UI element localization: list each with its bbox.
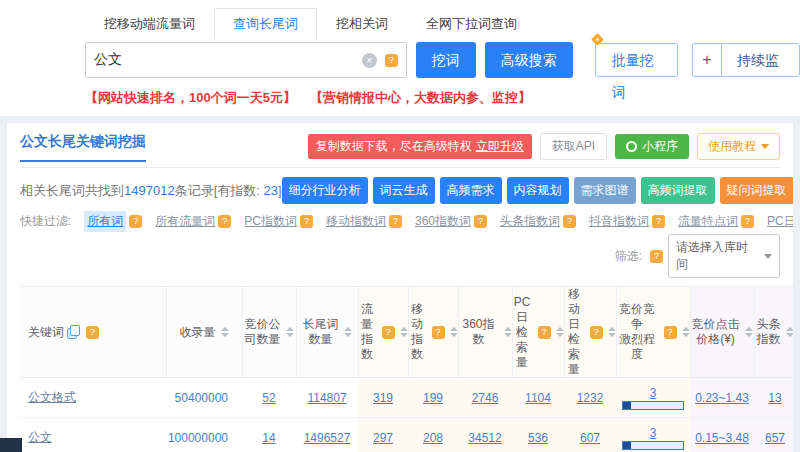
keyword-link[interactable]: 公文 [28, 430, 52, 444]
help-icon[interactable]: ? [129, 215, 142, 228]
help-icon[interactable]: ? [385, 54, 398, 67]
quick-filter-1[interactable]: 所有流量词 [155, 213, 215, 230]
search-input[interactable] [94, 52, 362, 68]
tab-0[interactable]: 挖移动端流量词 [85, 8, 214, 39]
tab-1[interactable]: 查询长尾词 [214, 8, 317, 39]
column-header-3[interactable]: 长尾词数量 [296, 287, 358, 378]
quick-filter-3[interactable]: 移动指数词 [326, 213, 386, 230]
help-icon[interactable]: ? [300, 215, 313, 228]
sort-icon[interactable] [286, 327, 294, 337]
sort-icon[interactable] [682, 327, 690, 337]
bid-level-link[interactable]: 3 [650, 386, 657, 400]
tab-2[interactable]: 挖相关词 [317, 8, 407, 39]
column-header-2[interactable]: 竞价公司数量 [242, 287, 296, 378]
quick-filter-7[interactable]: 流量特点词 [678, 213, 738, 230]
add-monitor-button[interactable]: + [693, 44, 722, 76]
cell-link[interactable]: 657 [765, 431, 785, 445]
advanced-search-button[interactable]: 高级搜索 [485, 42, 573, 78]
action-button-2[interactable]: 高频需求 [440, 177, 502, 204]
help-icon[interactable]: ? [389, 215, 402, 228]
content-area: 公文长尾关键词挖掘 复制数据下载，尽在高级特权立即升级 获取API 小程序 使用… [0, 116, 800, 452]
promo-link-0[interactable]: 【网站快速排名，100个词一天5元】 [85, 89, 296, 107]
column-header-6[interactable]: 360指数 [458, 287, 512, 378]
action-button-3[interactable]: 内容规划 [507, 177, 569, 204]
sort-icon[interactable] [608, 327, 616, 337]
quick-filter-5[interactable]: 头条指数词 [500, 213, 560, 230]
sort-icon[interactable] [344, 327, 352, 337]
batch-dig-button[interactable]: 批量挖词 [595, 43, 678, 77]
action-button-5[interactable]: 高频词提取 [641, 177, 715, 204]
continuous-monitor-button[interactable]: 持续监控 [722, 44, 799, 76]
help-icon[interactable]: ? [382, 326, 395, 339]
column-header-8[interactable]: 移动日检索量? [564, 287, 616, 378]
sort-icon[interactable] [786, 327, 794, 337]
cell-link[interactable]: 2746 [472, 391, 499, 405]
corner-widget[interactable] [0, 438, 22, 452]
action-button-0[interactable]: 细分行业分析 [282, 177, 368, 204]
action-button-4[interactable]: 需求图谱 [574, 177, 636, 204]
keyword-link[interactable]: 公文格式 [28, 390, 76, 404]
column-header-4[interactable]: 流量指数? [358, 287, 408, 378]
tab-3[interactable]: 全网下拉词查询 [407, 8, 536, 39]
cell-link[interactable]: 199 [423, 391, 443, 405]
cell-link[interactable]: 607 [580, 431, 600, 445]
sort-icon[interactable] [450, 327, 458, 337]
get-api-button[interactable]: 获取API [540, 133, 607, 160]
help-icon[interactable]: ? [741, 215, 754, 228]
cell-link[interactable]: 1232 [577, 391, 604, 405]
clear-icon[interactable]: × [362, 53, 377, 68]
help-icon[interactable]: ? [86, 326, 99, 339]
help-icon[interactable]: ? [538, 326, 551, 339]
cell-link[interactable]: 1496527 [304, 431, 351, 445]
cell-link[interactable]: 34512 [468, 431, 501, 445]
promo-link-1[interactable]: 【营销情报中心，大数据内参、监控】 [310, 89, 531, 107]
cell-link[interactable]: 0.23~1.43 [695, 391, 749, 405]
column-header-11[interactable]: 头条指数 [754, 287, 793, 378]
cell-link[interactable]: 297 [373, 431, 393, 445]
cell-link[interactable]: 1104 [525, 391, 551, 405]
cell-link[interactable]: 13 [768, 391, 781, 405]
sort-icon[interactable] [745, 327, 753, 337]
help-icon[interactable]: ? [218, 215, 231, 228]
quick-filter-6[interactable]: 抖音指数词 [589, 213, 649, 230]
cell-link[interactable]: 208 [423, 431, 443, 445]
cell-link[interactable]: 14 [262, 431, 275, 445]
dig-words-button[interactable]: 挖词 [416, 42, 476, 78]
help-icon[interactable]: ? [563, 215, 576, 228]
column-header-10[interactable]: 竞价点击价格(¥) [690, 287, 754, 378]
copy-icon[interactable] [67, 325, 80, 339]
sort-icon[interactable] [504, 327, 512, 337]
storage-time-select[interactable]: 请选择入库时间 [668, 234, 780, 278]
action-button-6[interactable]: 疑问词提取 [720, 177, 793, 204]
help-icon[interactable]: ? [652, 215, 665, 228]
action-button-1[interactable]: 词云生成 [373, 177, 435, 204]
quick-filter-0[interactable]: 所有词 [84, 211, 126, 232]
quick-filter-2[interactable]: PC指数词 [244, 213, 297, 230]
help-icon[interactable]: ? [590, 326, 603, 339]
filter-select-row: 筛选: ? 请选择入库时间 [20, 234, 780, 278]
search-box[interactable]: × ? [85, 42, 407, 78]
value-cell: 607 [564, 418, 616, 452]
cell-link[interactable]: 52 [262, 391, 275, 405]
cell-link[interactable]: 0.15~3.48 [695, 431, 749, 445]
quick-filter-4[interactable]: 360指数词 [415, 213, 471, 230]
cell-link[interactable]: 114807 [307, 391, 346, 405]
cell-link[interactable]: 536 [528, 431, 548, 445]
help-icon[interactable]: ? [474, 215, 487, 228]
column-header-9[interactable]: 竞价竞争激烈程度? [616, 287, 690, 378]
miniapp-button[interactable]: 小程序 [615, 134, 689, 159]
column-header-7[interactable]: PC日检索量? [512, 287, 564, 378]
help-icon[interactable]: ? [664, 326, 677, 339]
sort-icon[interactable] [556, 327, 564, 337]
bid-level-link[interactable]: 3 [650, 426, 657, 440]
sort-icon[interactable] [400, 327, 408, 337]
tutorial-button[interactable]: 使用教程 [697, 133, 780, 160]
help-icon[interactable]: ? [650, 250, 663, 263]
column-header-1[interactable]: 收录量 [166, 287, 242, 378]
help-icon[interactable]: ? [432, 326, 445, 339]
cell-link[interactable]: 319 [373, 391, 393, 405]
column-header-5[interactable]: 移动指数? [408, 287, 458, 378]
sort-icon[interactable] [221, 327, 229, 337]
quick-filter-8[interactable]: PC日检索量词 [767, 213, 793, 230]
upgrade-link[interactable]: 立即升级 [476, 139, 524, 153]
